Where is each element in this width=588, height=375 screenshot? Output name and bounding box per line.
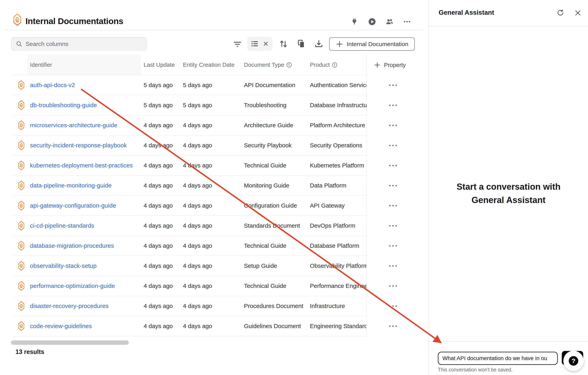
add-property-button[interactable]: Property — [367, 55, 415, 75]
identifier-link[interactable]: microservices-architecture-guide — [30, 122, 117, 129]
play-icon[interactable] — [368, 18, 376, 26]
column-header-last-update[interactable]: Last Update — [141, 55, 180, 75]
identifier-link[interactable]: performance-optimization-guide — [30, 283, 115, 289]
view-toggle-pill — [247, 37, 272, 51]
horizontal-scrollbar[interactable] — [11, 340, 129, 345]
ellipsis-icon — [389, 145, 397, 146]
identifier-link[interactable]: code-review-guidelines — [30, 323, 92, 330]
assistant-message-input[interactable] — [438, 352, 558, 365]
more-icon[interactable] — [403, 18, 411, 26]
svg-text:K: K — [21, 304, 22, 308]
blueprint-hexagon-icon: K — [18, 140, 25, 151]
identifier-link[interactable]: auth-api-docs-v2 — [30, 82, 75, 88]
entity-icon-cell: K — [13, 316, 27, 336]
sort-icon[interactable] — [279, 39, 288, 49]
entity-icon-cell: K — [13, 216, 27, 236]
blueprint-hexagon-icon: K — [18, 180, 25, 191]
reset-conversation-icon[interactable] — [556, 9, 564, 17]
ellipsis-icon — [389, 125, 397, 126]
info-icon[interactable]: i — [287, 62, 292, 67]
identifier-link[interactable]: observability-stack-setup — [30, 263, 96, 269]
row-actions-button[interactable] — [367, 236, 415, 256]
product-cell: Authentication Service — [307, 75, 367, 95]
document-type-cell: Troubleshooting — [241, 95, 307, 115]
product-cell: Database Infrastructure — [307, 95, 367, 115]
entity-icon-cell: K — [13, 276, 27, 296]
info-icon[interactable]: i — [332, 62, 337, 67]
last-update-cell: 4 days ago — [141, 155, 180, 176]
blueprint-hexagon-icon: K — [18, 200, 25, 211]
copy-icon[interactable] — [296, 39, 306, 49]
identifier-link[interactable]: disaster-recovery-procedures — [30, 303, 109, 309]
assistant-panel: General Assistant Start a conversation w… — [428, 0, 588, 375]
table-body: K auth-api-docs-v2 5 days ago 5 days ago… — [13, 75, 415, 336]
row-actions-button[interactable] — [367, 196, 415, 216]
panel-divider — [429, 26, 588, 26]
identifier-link[interactable]: ci-cd-pipeline-standards — [30, 222, 94, 229]
ellipsis-icon — [389, 265, 397, 267]
identifier-link[interactable]: security-incident-response-playbook — [30, 142, 127, 149]
row-actions-button[interactable] — [367, 296, 415, 316]
ellipsis-icon — [389, 205, 397, 206]
creation-date-cell: 5 days ago — [180, 75, 241, 95]
last-update-cell: 5 days ago — [141, 95, 180, 115]
plug-icon[interactable] — [350, 18, 358, 26]
row-actions-button[interactable] — [367, 115, 415, 135]
svg-text:K: K — [16, 18, 18, 22]
document-type-cell: Procedures Document — [241, 296, 307, 316]
column-header-entity-creation-date[interactable]: Entity Creation Date — [180, 55, 241, 75]
document-type-cell: Architecture Guide — [241, 115, 307, 135]
blueprint-hexagon-icon: K — [18, 281, 25, 291]
page-header: K Internal Documentations — [0, 0, 428, 30]
conversation-notice: This conversation won't be saved. — [438, 367, 513, 373]
creation-date-cell: 4 days ago — [180, 296, 241, 316]
identifier-link[interactable]: db-troubleshooting-guide — [30, 102, 97, 109]
entity-icon-cell: K — [13, 95, 27, 115]
entity-icon-cell: K — [13, 155, 27, 176]
last-update-cell: 4 days ago — [141, 115, 180, 135]
row-actions-button[interactable] — [367, 316, 415, 336]
creation-date-cell: 4 days ago — [180, 135, 241, 155]
svg-text:K: K — [21, 184, 22, 187]
creation-date-cell: 5 days ago — [180, 95, 241, 115]
last-update-cell: 4 days ago — [141, 276, 180, 296]
identifier-link[interactable]: api-gateway-configuration-guide — [30, 202, 116, 209]
list-view-icon[interactable] — [251, 40, 259, 48]
last-update-cell: 4 days ago — [141, 256, 180, 276]
entity-icon-cell: K — [13, 296, 27, 316]
row-actions-button[interactable] — [367, 135, 415, 155]
identifier-link[interactable]: database-migration-procedures — [30, 242, 114, 249]
blueprint-hexagon-icon: K — [18, 261, 25, 271]
column-header-document-type[interactable]: Document Typei — [241, 55, 307, 75]
identifier-link[interactable]: data-pipeline-monitoring-guide — [30, 182, 112, 189]
svg-text:K: K — [21, 244, 22, 248]
row-actions-button[interactable] — [367, 256, 415, 276]
row-actions-button[interactable] — [367, 276, 415, 296]
filter-icon[interactable] — [232, 39, 242, 49]
row-actions-button[interactable] — [367, 216, 415, 236]
download-icon[interactable] — [314, 39, 324, 49]
column-header-identifier[interactable]: Identifier — [27, 55, 141, 75]
table-row: K data-pipeline-monitoring-guide 4 days … — [13, 176, 415, 196]
blueprint-hexagon-icon: K — [18, 120, 25, 131]
search-input[interactable] — [26, 41, 142, 47]
table-row: K api-gateway-configuration-guide 4 days… — [13, 196, 415, 216]
creation-date-cell: 4 days ago — [180, 216, 241, 236]
users-icon[interactable] — [385, 18, 394, 26]
row-actions-button[interactable] — [367, 176, 415, 196]
row-actions-button[interactable] — [367, 75, 415, 95]
last-update-cell: 4 days ago — [141, 135, 180, 155]
add-internal-documentation-button[interactable]: Internal Documentation — [329, 37, 415, 51]
product-cell: Engineering Standards — [307, 316, 367, 336]
help-widget[interactable]: ? — [563, 351, 584, 371]
identifier-link[interactable]: kubernetes-deployment-best-practices — [30, 162, 133, 169]
row-actions-button[interactable] — [367, 155, 415, 176]
creation-date-cell: 4 days ago — [180, 115, 241, 135]
last-update-cell: 4 days ago — [141, 296, 180, 316]
close-panel-icon[interactable] — [574, 9, 582, 17]
clear-view-icon[interactable] — [262, 40, 269, 47]
svg-text:K: K — [21, 284, 22, 288]
column-header-product[interactable]: Producti — [307, 55, 367, 75]
documents-table: Identifier Last Update Entity Creation D… — [13, 55, 415, 336]
row-actions-button[interactable] — [367, 95, 415, 115]
